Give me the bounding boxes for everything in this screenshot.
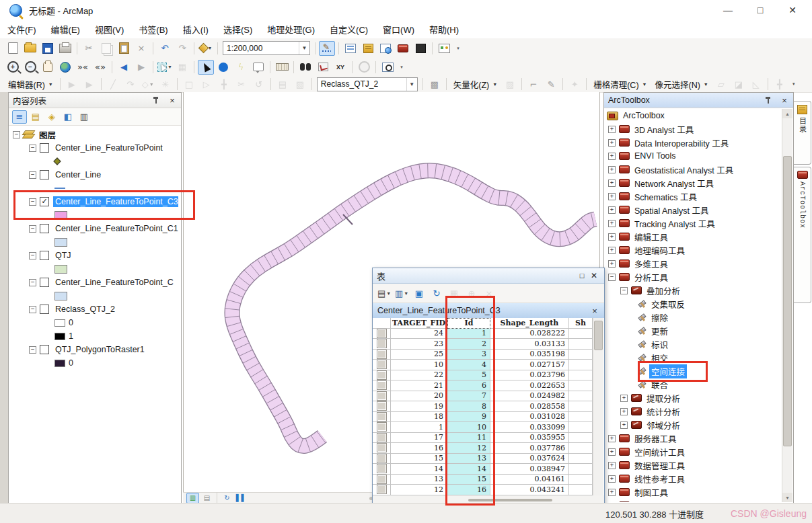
scroll-up-icon[interactable]: ▲ — [782, 109, 792, 118]
expander-icon[interactable]: + — [608, 435, 616, 442]
table-row[interactable]: 2160.022653 — [373, 380, 604, 391]
layer-row[interactable]: −Center_Line_FeatureToPoint_C — [13, 276, 178, 289]
endpoint-arc-icon[interactable]: ↷ — [122, 77, 139, 91]
toolbox-tree-row[interactable]: +线性参考工具 — [607, 472, 781, 485]
row-selector-cell[interactable] — [373, 464, 391, 475]
row-selector-box[interactable] — [377, 360, 386, 368]
toolbox-tree-row[interactable]: +Geostatistical Analyst 工具 — [607, 163, 781, 176]
menu-item-5[interactable]: 插入(I) — [176, 20, 216, 38]
maximize-button[interactable]: □ — [754, 4, 766, 16]
menu-item-1[interactable]: 文件(F) — [0, 20, 44, 38]
expander-icon[interactable]: − — [29, 225, 36, 233]
layer-checkbox[interactable] — [40, 345, 49, 354]
chevron-down-icon[interactable]: ▼ — [406, 78, 417, 91]
vectorization-pencil-icon[interactable]: ✎ — [543, 77, 559, 91]
catalog-window-icon[interactable] — [360, 41, 376, 56]
toolbox-tree-row[interactable]: +转换工具 — [607, 499, 781, 502]
split-tool-icon[interactable]: ✂ — [233, 77, 250, 91]
delete-icon[interactable]: × — [133, 41, 149, 56]
edit-tool-icon[interactable]: ▶ — [64, 77, 80, 91]
row-selector-box[interactable] — [377, 381, 386, 389]
table-row[interactable]: 13150.04161 — [373, 475, 604, 485]
expander-icon[interactable]: + — [620, 395, 628, 402]
zoom-out-icon[interactable]: − — [22, 60, 38, 75]
table-tab[interactable]: Center_Line_FeatureToPoint_C3 × — [373, 303, 604, 319]
switch-selection-icon[interactable]: ↻ — [429, 286, 445, 300]
table-row[interactable]: 17110.035955 — [373, 433, 604, 444]
select-features-icon[interactable]: ▼ — [157, 60, 173, 75]
table-row[interactable]: 1040.027157 — [373, 360, 604, 370]
pin-icon[interactable] — [765, 96, 772, 104]
row-selector-box[interactable] — [377, 465, 386, 473]
edit-annotation-tool-icon[interactable]: ▶ — [81, 77, 98, 91]
zoom-in-icon[interactable]: + — [5, 60, 21, 75]
row-selector-box[interactable] — [377, 423, 386, 431]
table-row[interactable]: 2070.024982 — [373, 391, 604, 402]
toolbox-tree-row[interactable]: +提取分析 — [607, 391, 781, 405]
toolbox-tree-row[interactable]: 联合 — [607, 378, 781, 391]
delete-selected-icon[interactable]: × — [481, 286, 497, 300]
python-window-icon[interactable] — [412, 41, 429, 56]
arctoolbox-scrollbar[interactable]: ▲ ▼ — [782, 109, 792, 502]
row-selector-box[interactable] — [377, 475, 386, 483]
measure-icon[interactable] — [274, 60, 290, 75]
paste-icon[interactable] — [116, 41, 132, 56]
menu-item-8[interactable]: 自定义(C) — [322, 20, 375, 38]
layer-row[interactable]: −QTJ — [13, 249, 178, 262]
scroll-down-icon[interactable]: ▼ — [782, 493, 792, 502]
zoom-to-selected-icon[interactable]: ⊕ — [464, 286, 480, 300]
toolbox-tree-row[interactable]: 空间连接 — [607, 364, 781, 378]
toolbar-overflow-icon[interactable]: ▾ — [790, 77, 798, 91]
add-data-icon[interactable]: ▼ — [198, 41, 214, 56]
menu-item-3[interactable]: 视图(V) — [87, 20, 131, 38]
layer-label[interactable]: Center_Line_FeatureToPoint_C1 — [53, 223, 178, 234]
table-row[interactable]: 15130.037624 — [373, 454, 604, 465]
expander-icon[interactable]: + — [608, 153, 616, 160]
go-to-xy-icon[interactable]: XY — [332, 60, 348, 75]
expander-icon[interactable]: + — [608, 502, 616, 503]
find-route-icon[interactable] — [315, 60, 331, 75]
toolbox-tree-row[interactable]: 交集取反 — [607, 297, 781, 311]
arctoolbox-root-row[interactable]: ArcToolbox — [607, 109, 781, 122]
grid-horizontal-scrollbar[interactable] — [468, 499, 552, 501]
layer-row[interactable]: −✓Center_Line_FeatureToPoint_C3 — [13, 195, 178, 208]
toolbox-tree-row[interactable]: 标识 — [607, 337, 781, 351]
column-header-Shape_Length[interactable]: Shape_Length — [490, 318, 569, 329]
edit-sketch-icon[interactable] — [319, 41, 335, 56]
straight-segment-icon[interactable]: ╱ — [105, 77, 121, 91]
row-selector-cell[interactable] — [373, 475, 391, 485]
table-tab-close-icon[interactable]: × — [590, 306, 599, 316]
arctoolbox-window-icon[interactable] — [395, 41, 411, 56]
table-row[interactable]: 2250.023796 — [373, 370, 604, 381]
row-selector-box[interactable] — [377, 402, 386, 410]
fixed-zoom-out-icon[interactable]: «» — [92, 60, 108, 75]
table-close-button[interactable]: ✕ — [588, 270, 600, 282]
pin-icon[interactable] — [153, 96, 159, 104]
line-symbol-swatch[interactable] — [54, 188, 65, 189]
cut-polygons-icon[interactable]: □ — [181, 77, 197, 91]
layout-view-icon[interactable]: ▤ — [200, 493, 213, 504]
layer-label[interactable]: Center_Line_FeatureToPoint_C3 — [53, 196, 178, 207]
table-row[interactable]: 1100.033099 — [373, 422, 604, 433]
move-tool-icon[interactable]: ╋ — [216, 77, 232, 91]
fill-symbol-swatch[interactable] — [54, 360, 65, 367]
expander-icon[interactable]: + — [608, 220, 616, 227]
toolbox-tree-row[interactable]: −叠加分析 — [607, 284, 781, 297]
rotate-tool-icon[interactable]: ↺ — [251, 77, 267, 91]
layer-checkbox[interactable] — [40, 251, 49, 260]
table-row[interactable]: 1890.031028 — [373, 412, 604, 423]
expander-icon[interactable]: + — [608, 448, 616, 456]
toc-window-icon[interactable] — [342, 41, 359, 56]
magic-wand-icon[interactable]: ◺ — [748, 77, 764, 91]
toolbox-tree-row[interactable]: +Data Interoperability 工具 — [607, 136, 781, 149]
data-view-icon[interactable]: ▥ — [186, 493, 199, 504]
row-selector-box[interactable] — [377, 454, 386, 462]
modelbuilder-icon[interactable] — [436, 41, 452, 56]
toolbar-overflow-icon[interactable]: ▾ — [398, 61, 406, 74]
related-tables-icon[interactable]: ▥▼ — [394, 286, 410, 300]
list-by-visibility-icon[interactable]: ◈ — [44, 110, 59, 124]
toolbox-tree-row[interactable]: +Schematics 工具 — [607, 190, 781, 203]
table-row[interactable]: 1980.028558 — [373, 401, 604, 412]
expander-icon[interactable]: + — [608, 179, 616, 187]
search-window-icon[interactable] — [377, 41, 394, 56]
